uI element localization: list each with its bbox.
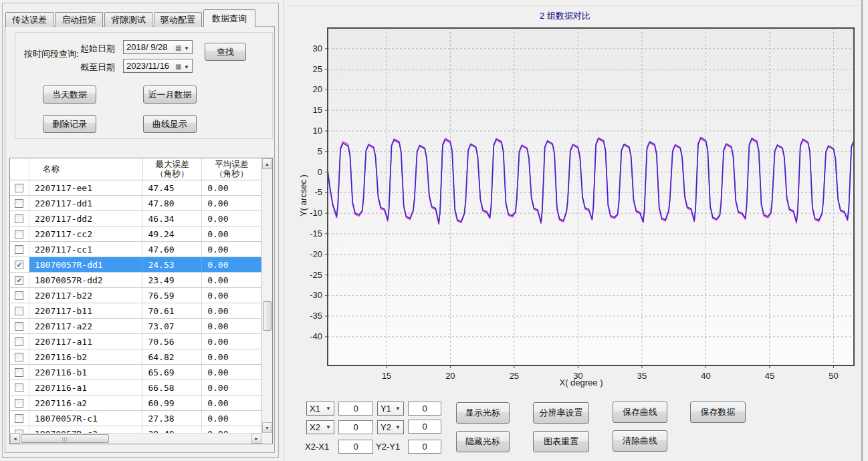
y1-value-input[interactable]: 0 xyxy=(408,402,441,416)
row-checkbox[interactable] xyxy=(15,214,23,223)
y-axis-label: Y( arcsec ) xyxy=(298,149,308,243)
row-checkbox[interactable] xyxy=(15,414,23,423)
cell-name: 2207117-b11 xyxy=(29,303,143,318)
save-data-button[interactable]: 保存数据 xyxy=(690,402,746,423)
table-row[interactable]: 2207117-cc249.240.00 xyxy=(10,226,261,242)
y-tick-label: -25 xyxy=(310,270,322,280)
start-date-picker[interactable]: 2018/ 9/28 ▦ ▼ xyxy=(123,40,193,54)
resolution-settings-button[interactable]: 分辨率设置 xyxy=(533,402,589,424)
cell-max: 47.45 xyxy=(142,180,202,195)
header-name[interactable]: 名称 xyxy=(29,158,143,180)
search-button[interactable]: 查找 xyxy=(205,43,246,61)
clear-curve-button[interactable]: 清除曲线 xyxy=(613,430,667,452)
cell-avg: 0.00 xyxy=(202,242,261,257)
row-checkbox[interactable]: ✔ xyxy=(15,261,23,269)
cell-name: 2207117-b22 xyxy=(29,288,143,303)
tab-starting-torque[interactable]: 启动扭矩 xyxy=(55,12,103,27)
tab-transmission-error[interactable]: 传达误差 xyxy=(5,12,53,27)
vertical-scrollbar-thumb[interactable] xyxy=(263,301,272,331)
table-row[interactable]: 2207117-a2273.070.00 xyxy=(10,319,261,334)
x1-select[interactable]: X1▼ xyxy=(306,402,334,416)
plot-background xyxy=(328,28,854,365)
header-avg-error[interactable]: 平均误差 （角秒） xyxy=(202,158,261,180)
row-checkbox[interactable] xyxy=(15,307,23,315)
save-curve-button[interactable]: 保存曲线 xyxy=(613,402,667,423)
cell-avg: 0.00 xyxy=(202,426,261,433)
y-tick-label: 0 xyxy=(318,167,322,177)
dy-value-input[interactable]: 0 xyxy=(408,440,441,454)
row-checkbox[interactable] xyxy=(15,322,23,331)
table-row[interactable]: 2207117-cc147.600.00 xyxy=(10,242,261,257)
checkbox-cell xyxy=(10,411,29,426)
curve-display-button[interactable]: 曲线显示 xyxy=(143,115,197,133)
hide-cursor-button[interactable]: 隐藏光标 xyxy=(456,431,510,452)
row-checkbox[interactable] xyxy=(15,184,23,192)
row-checkbox[interactable] xyxy=(15,230,23,239)
y2-select[interactable]: Y2▼ xyxy=(377,420,404,434)
table-body: 2207117-ee147.450.002207117-dd147.800.00… xyxy=(10,180,261,433)
table-row[interactable]: ✔18070057R-dd124.530.00 xyxy=(10,257,261,273)
table-row[interactable]: 2207117-a1170.560.00 xyxy=(10,334,261,349)
dy-label: Y2-Y1 xyxy=(376,442,400,452)
table-row[interactable]: 2207117-dd246.340.00 xyxy=(10,211,261,226)
cell-avg: 0.00 xyxy=(202,349,261,364)
dx-value-input[interactable]: 0 xyxy=(338,440,373,454)
row-checkbox[interactable] xyxy=(15,383,23,392)
chart-reset-button[interactable]: 图表重置 xyxy=(533,431,589,452)
cell-max: 65.69 xyxy=(142,365,202,379)
chart-plot[interactable]: 1520253035404550302520151050-5-10-15-20-… xyxy=(288,0,863,401)
chevron-down-icon: ▼ xyxy=(395,406,401,412)
row-checkbox[interactable] xyxy=(15,368,23,377)
cell-avg: 0.00 xyxy=(202,288,261,303)
cell-avg: 0.00 xyxy=(202,196,261,210)
cell-avg: 0.00 xyxy=(202,180,261,195)
table-row[interactable]: 2207116-b264.820.00 xyxy=(10,349,261,365)
scroll-up-button[interactable]: ▲ xyxy=(262,158,272,169)
vertical-scrollbar[interactable]: ▲ ▼ xyxy=(261,158,272,433)
scroll-left-button[interactable]: ◄ xyxy=(10,434,20,444)
horizontal-scrollbar-thumb[interactable]: ||| xyxy=(21,434,109,443)
row-checkbox[interactable] xyxy=(15,337,23,346)
today-data-button[interactable]: 当天数据 xyxy=(43,86,96,104)
row-checkbox[interactable]: ✔ xyxy=(15,276,23,285)
row-checkbox[interactable] xyxy=(15,399,23,408)
row-checkbox[interactable] xyxy=(15,291,23,300)
x2-select[interactable]: X2▼ xyxy=(306,420,334,434)
table-row[interactable]: ✔18070057R-dd223.490.00 xyxy=(10,273,261,288)
tab-backlash-test[interactable]: 背隙测试 xyxy=(104,12,152,27)
end-date-picker[interactable]: 2023/11/16 ▦ ▼ xyxy=(123,59,193,73)
y-tick-label: 15 xyxy=(313,105,322,115)
cell-avg: 0.00 xyxy=(202,226,261,241)
cell-avg: 0.00 xyxy=(202,365,261,379)
table-row[interactable]: 2207116-a166.580.00 xyxy=(10,380,261,396)
delete-record-button[interactable]: 删除记录 xyxy=(43,115,96,133)
horizontal-scrollbar[interactable]: ◄ ||| ► xyxy=(10,433,261,444)
checkbox-cell xyxy=(10,319,29,333)
table-row[interactable]: 2207117-b2276.590.00 xyxy=(10,288,261,303)
tab-drive-config[interactable]: 驱动配置 xyxy=(154,12,202,27)
x1-value-input[interactable]: 0 xyxy=(338,402,373,416)
row-checkbox[interactable] xyxy=(15,199,23,208)
table-row[interactable]: 18070057R-c228.480.00 xyxy=(10,426,261,433)
y2-value-input[interactable]: 0 xyxy=(408,420,441,434)
header-max-error[interactable]: 最大误差 （角秒） xyxy=(143,158,203,180)
scroll-down-button[interactable]: ▼ xyxy=(262,422,272,433)
tab-data-query[interactable]: 数据查询 xyxy=(203,9,255,27)
table-row[interactable]: 2207117-dd147.800.00 xyxy=(10,196,261,211)
y-tick-label: -35 xyxy=(310,311,322,321)
x2-value-input[interactable]: 0 xyxy=(338,420,373,434)
y-tick-label: -40 xyxy=(310,331,322,341)
cell-name: 2207117-dd1 xyxy=(29,196,143,210)
x-axis-label: X( degree ) xyxy=(534,377,628,388)
show-cursor-button[interactable]: 显示光标 xyxy=(456,402,510,424)
last-month-data-button[interactable]: 近一月数据 xyxy=(143,86,197,104)
scroll-right-button[interactable]: ► xyxy=(251,434,261,444)
table-row[interactable]: 2207117-ee147.450.00 xyxy=(10,180,261,196)
y1-select[interactable]: Y1▼ xyxy=(377,402,404,416)
row-checkbox[interactable] xyxy=(15,353,23,361)
row-checkbox[interactable] xyxy=(15,245,23,254)
table-row[interactable]: 2207117-b1170.610.00 xyxy=(10,303,261,319)
table-row[interactable]: 2207116-a260.990.00 xyxy=(10,396,261,411)
table-row[interactable]: 2207116-b165.690.00 xyxy=(10,365,261,380)
table-row[interactable]: 18070057R-c127.380.00 xyxy=(10,411,261,426)
